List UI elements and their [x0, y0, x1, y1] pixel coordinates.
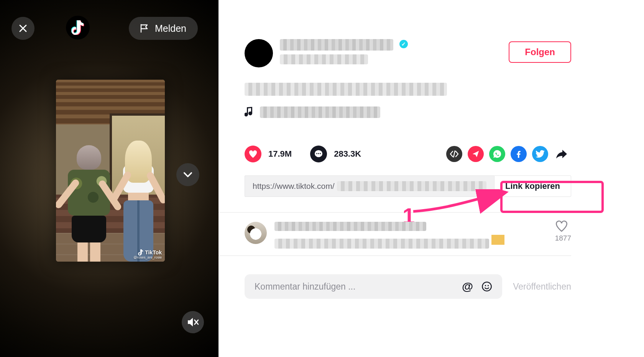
commenter-avatar[interactable]	[245, 222, 267, 244]
compose-row: Kommentar hinzufügen ... @ Veröffentlich…	[245, 274, 571, 299]
svg-point-2	[318, 153, 319, 154]
heart-outline-icon	[555, 220, 571, 232]
paper-plane-icon	[472, 150, 480, 158]
comment-input[interactable]: Kommentar hinzufügen ... @	[245, 274, 502, 299]
author-header: ✓ Folgen	[245, 39, 571, 67]
share-embed-button[interactable]	[446, 146, 462, 162]
publish-button[interactable]: Veröffentlichen	[513, 282, 571, 292]
comment-count: 283.3K	[334, 149, 361, 159]
video-watermark: TikTok @roses_are_rosie	[133, 249, 162, 259]
video-still	[56, 80, 165, 262]
embed-icon	[450, 151, 459, 157]
chevron-down-icon	[182, 169, 193, 180]
svg-point-6	[488, 285, 489, 286]
comment-text-redacted	[274, 239, 489, 249]
verified-badge-icon: ✓	[399, 40, 408, 48]
svg-point-3	[320, 153, 321, 154]
follow-button[interactable]: Folgen	[509, 41, 571, 63]
author-name-block[interactable]	[280, 39, 393, 64]
mute-button[interactable]	[182, 311, 204, 333]
flag-icon	[140, 24, 150, 33]
video-link-redacted	[337, 181, 486, 191]
comment-input-placeholder: Kommentar hinzufügen ...	[255, 282, 355, 292]
like-button[interactable]	[245, 146, 261, 162]
comment-button[interactable]	[310, 146, 327, 162]
close-button[interactable]	[12, 17, 34, 40]
like-count: 17.9M	[268, 149, 292, 159]
music-note-icon	[245, 107, 254, 118]
copy-link-row: https://www.tiktok.com/ Link kopieren	[245, 175, 571, 197]
video-caption	[245, 83, 571, 96]
next-video-button[interactable]	[176, 163, 199, 186]
twitter-icon	[536, 150, 545, 158]
author-displayname-redacted	[280, 54, 368, 64]
report-label: Melden	[155, 23, 186, 34]
svg-point-1	[316, 153, 317, 154]
video-link-field[interactable]: https://www.tiktok.com/	[245, 175, 494, 197]
video-link-visible: https://www.tiktok.com/	[253, 182, 335, 191]
emoji-icon[interactable]	[481, 281, 492, 292]
copy-link-button[interactable]: Link kopieren	[494, 175, 571, 197]
share-row	[446, 146, 570, 162]
facebook-icon	[514, 149, 523, 159]
share-twitter-button[interactable]	[532, 146, 548, 162]
video-frame[interactable]: TikTok @roses_are_rosie	[56, 80, 165, 262]
commenter-name-redacted	[274, 222, 426, 231]
volume-mute-icon	[187, 317, 199, 327]
comment-emoji-redacted	[491, 235, 504, 245]
comment-stat: 283.3K	[310, 146, 361, 162]
comment-like-count: 1877	[555, 234, 571, 242]
share-arrow-icon	[555, 149, 568, 159]
report-button[interactable]: Melden	[129, 17, 198, 40]
comment-icon	[314, 150, 323, 158]
share-more-button[interactable]	[554, 146, 570, 162]
tiktok-logo	[66, 16, 90, 39]
author-avatar[interactable]	[245, 39, 273, 67]
music-row[interactable]	[245, 106, 571, 118]
compose-divider	[219, 255, 571, 256]
close-icon	[18, 24, 28, 33]
share-whatsapp-button[interactable]	[489, 146, 505, 162]
music-title-redacted	[260, 106, 380, 118]
whatsapp-icon	[493, 149, 502, 159]
share-send-button[interactable]	[468, 146, 484, 162]
svg-point-5	[485, 285, 486, 286]
comment-like[interactable]: 1877	[555, 220, 571, 242]
video-info-pane: ✓ Folgen 17.9M 283.3K	[219, 0, 571, 357]
tiktok-note-icon	[138, 249, 143, 255]
svg-point-4	[483, 282, 491, 291]
engagement-row: 17.9M 283.3K	[245, 146, 571, 162]
mention-icon[interactable]: @	[462, 280, 473, 293]
caption-text-redacted	[245, 83, 447, 96]
heart-icon	[248, 150, 258, 158]
author-username-redacted	[280, 39, 393, 51]
share-facebook-button[interactable]	[511, 146, 527, 162]
video-player-pane: Melden TikTok @roses_are_rosie	[0, 0, 219, 357]
tiktok-note-icon	[71, 20, 84, 35]
like-stat: 17.9M	[245, 146, 292, 162]
comment-item: 1877	[245, 213, 571, 250]
app-root: Melden TikTok @roses_are_rosie	[0, 0, 644, 357]
